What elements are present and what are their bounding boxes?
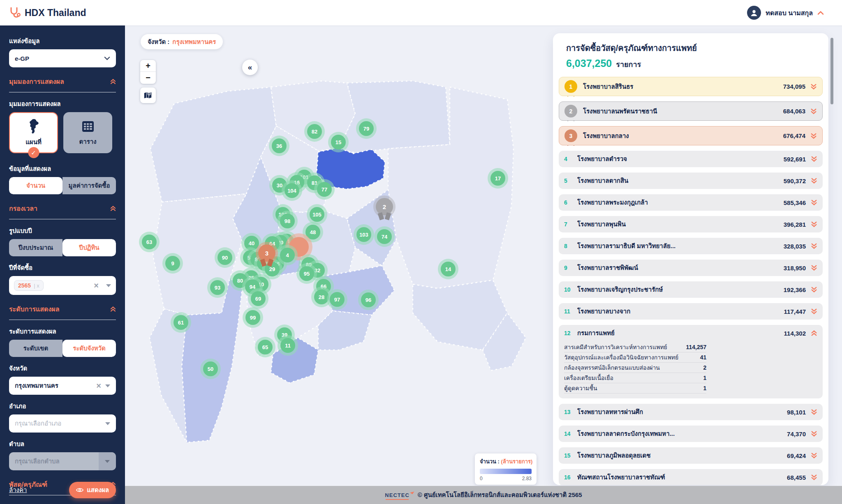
rank-number: 10 [564, 286, 577, 293]
section-time-filter[interactable]: กรองเวลา [9, 203, 116, 214]
purchase-year-select[interactable]: 2565 | x × [9, 276, 116, 295]
display-level-toggle: ระดับเขต ระดับจังหวัด [9, 340, 116, 357]
map-cluster-marker[interactable]: 74 [377, 229, 392, 244]
double-chevron-down-icon[interactable] [811, 474, 817, 481]
double-chevron-down-icon[interactable] [811, 409, 817, 415]
clear-values-link[interactable]: ล้างค่า [9, 485, 27, 495]
map-cluster-marker[interactable]: 50 [203, 361, 218, 376]
hospital-row[interactable]: 2 โรงพยาบาลนพรัตนราชธานี 684,063 [559, 101, 823, 121]
province-select[interactable]: กรุงเทพมหานคร × [9, 377, 116, 395]
map-cluster-marker[interactable]: 61 [173, 315, 188, 330]
map-cluster-marker[interactable]: 40 [244, 236, 259, 251]
hospital-row[interactable]: 3 โรงพยาบาลกลาง 676,474 [559, 126, 823, 145]
hospital-row[interactable]: 10 โรงพยาบาลเจริญกรุงประชารักษ์ 192,366 [559, 281, 823, 298]
map-cluster-marker[interactable]: 97 [330, 292, 345, 307]
hospital-row[interactable]: 7 โรงพยาบาลพุนพิน 396,281 [559, 216, 823, 232]
toggle-district-level[interactable]: ระดับเขต [9, 340, 62, 357]
chevron-down-icon[interactable] [105, 422, 110, 425]
double-chevron-down-icon[interactable] [811, 308, 817, 315]
toggle-province-level[interactable]: ระดับจังหวัด [62, 340, 116, 357]
map-medal-marker[interactable]: 2 [376, 198, 393, 215]
double-chevron-down-icon[interactable] [811, 286, 817, 293]
map-cluster-marker[interactable]: 82 [307, 124, 322, 139]
map-cluster-marker[interactable]: 95 [299, 266, 314, 281]
detail-label: ตู้ดูดความชื้น [564, 384, 597, 393]
toggle-count[interactable]: จำนวน [9, 177, 62, 194]
double-chevron-down-icon[interactable] [811, 452, 817, 459]
amphoe-select[interactable]: กรุณาเลือกอำเภอ [9, 414, 116, 433]
map-cluster-marker[interactable]: 77 [317, 182, 332, 197]
double-chevron-down-icon[interactable] [811, 221, 817, 228]
chevron-down-icon[interactable] [105, 384, 110, 387]
map-cluster-marker[interactable]: 93 [210, 280, 225, 295]
map-cluster-marker[interactable]: 96 [361, 292, 376, 307]
marker-count: 28 [319, 294, 324, 300]
source-select[interactable]: e-GP [9, 49, 116, 67]
map-cluster-marker[interactable]: 48 [305, 225, 320, 239]
hospital-row[interactable]: 1 โรงพยาบาลสิรินธร 734,095 [559, 77, 823, 96]
chevron-down-icon[interactable] [106, 284, 111, 287]
map-cluster-marker[interactable]: 15 [331, 135, 346, 150]
map-cluster-marker[interactable]: 79 [359, 121, 374, 136]
double-chevron-down-icon[interactable] [811, 430, 817, 437]
double-chevron-down-icon[interactable] [811, 156, 817, 162]
map-cluster-marker[interactable]: 103 [356, 227, 371, 242]
hospital-row[interactable]: 15 โรงพยาบาลภูมิพลอดุลยเดช 69,424 [559, 447, 823, 464]
map-cluster-marker[interactable]: 104 [285, 183, 299, 198]
year-tag-remove[interactable]: | x [34, 283, 39, 289]
map-cluster-marker[interactable]: 4 [280, 248, 295, 262]
hospital-row[interactable]: 12 กรมการแพทย์ 114,302 [559, 325, 823, 341]
hospital-row[interactable]: 9 โรงพยาบาลราชพิพัฒน์ 318,950 [559, 260, 823, 276]
map-cluster-marker[interactable]: 36 [272, 138, 287, 153]
map-cluster-marker[interactable]: 105 [310, 207, 324, 222]
double-chevron-down-icon[interactable] [811, 177, 817, 184]
zoom-out-button[interactable]: − [140, 72, 156, 84]
double-chevron-down-icon[interactable] [811, 199, 817, 206]
double-chevron-down-icon[interactable] [811, 243, 817, 249]
double-chevron-down-icon[interactable] [810, 133, 817, 139]
hospital-row[interactable]: 8 โรงพยาบาลรามาธิบดี มหาวิทยาลัย... 328,… [559, 238, 823, 254]
clear-icon[interactable]: × [94, 281, 99, 290]
double-chevron-down-icon[interactable] [811, 265, 817, 271]
collapse-sidebar-button[interactable]: « [242, 60, 258, 75]
hospital-list: 1 โรงพยาบาลสิรินธร 734,095 2 โรงพยาบาลนพ… [557, 77, 824, 485]
hospital-row[interactable]: 6 โรงพยาบาลพระมงกุฎเกล้า 585,346 [559, 194, 823, 211]
map-cluster-marker[interactable]: 90 [217, 250, 232, 265]
toggle-purchase-value[interactable]: มูลค่าการจัดซื้อ [62, 177, 116, 194]
map-cluster-marker[interactable]: 11 [280, 338, 295, 353]
toggle-calendar-year[interactable]: ปีปฏิทิน [62, 239, 116, 256]
map-cluster-marker[interactable]: 28 [314, 290, 329, 304]
map-cluster-marker[interactable]: 63 [142, 235, 157, 249]
hospital-row[interactable]: 14 โรงพยาบาลลาดกระบังกรุงเทพมหา... 74,37… [559, 426, 823, 442]
clear-icon[interactable]: × [96, 382, 101, 390]
panel-scrollbar[interactable] [830, 38, 833, 104]
zoom-in-button[interactable]: + [140, 60, 156, 72]
year-tag[interactable]: 2565 | x [14, 280, 44, 291]
hospital-row[interactable]: 13 โรงพยาบาลทหารผ่านศึก 98,101 [559, 404, 823, 420]
map-cluster-marker[interactable]: 9 [165, 256, 180, 271]
map-cluster-marker[interactable]: 14 [441, 262, 456, 276]
map-canvas[interactable]: 82 79 36 15 17 101 30 16 104 81 77 106 9… [125, 25, 842, 486]
view-map-button[interactable]: แผนที่ ✓ [9, 112, 58, 153]
section-view-mode[interactable]: มุมมองการแสดงผล [9, 76, 116, 87]
toggle-fiscal-year[interactable]: ปีงบประมาณ [9, 239, 62, 256]
hospital-row-expanded[interactable]: 12 กรมการแพทย์ 114,302 สารเคมีสำหรับการว… [559, 325, 823, 398]
map-medal-marker[interactable]: 3 [258, 244, 275, 262]
map-cluster-marker[interactable]: 17 [490, 171, 505, 186]
show-results-button[interactable]: แสดงผล [69, 482, 116, 498]
double-chevron-down-icon[interactable] [810, 108, 817, 115]
map-cluster-marker[interactable]: 65 [258, 340, 273, 354]
double-chevron-down-icon[interactable] [811, 330, 817, 336]
hospital-row[interactable]: 4 โรงพยาบาลตำรวจ 592,691 [559, 151, 823, 167]
view-table-button[interactable]: ตาราง [63, 112, 112, 153]
map-layers-button[interactable] [140, 87, 156, 103]
hospital-row[interactable]: 11 โรงพยาบาลบางจาก 117,447 [559, 303, 823, 320]
hospital-row[interactable]: 16 ทัณฑสถานโรงพยาบาลราชทัณฑ์ 68,455 [559, 469, 823, 485]
map-cluster-marker[interactable]: 98 [280, 214, 295, 228]
map-cluster-marker[interactable]: 69 [251, 291, 266, 306]
map-cluster-marker[interactable]: 99 [245, 310, 260, 325]
user-menu[interactable]: ทดสอบ นามสกุล [747, 6, 824, 20]
section-display-level[interactable]: ระดับการแสดงผล [9, 304, 116, 314]
hospital-row[interactable]: 5 โรงพยาบาลตากสิน 590,372 [559, 173, 823, 189]
double-chevron-down-icon[interactable] [810, 83, 817, 90]
